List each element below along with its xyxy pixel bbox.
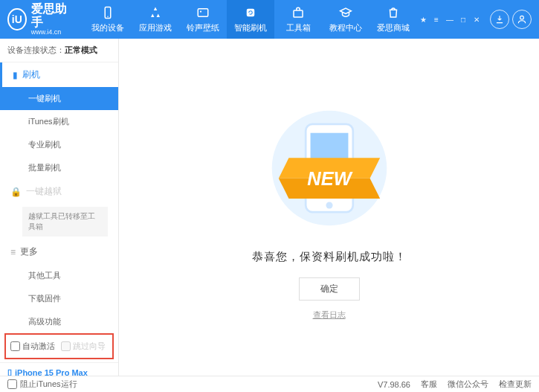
success-message: 恭喜您，保资料刷机成功啦！ bbox=[252, 250, 407, 264]
lock-icon: 🔒 bbox=[10, 187, 22, 197]
svg-rect-5 bbox=[294, 10, 303, 17]
image-icon bbox=[196, 5, 210, 20]
nav-ringtone[interactable]: 铃声壁纸 bbox=[179, 0, 227, 39]
nav-toolbox[interactable]: 工具箱 bbox=[274, 0, 322, 39]
titlebar: iU 爱思助手 www.i4.cn 我的设备 应用游戏 铃声壁纸 智能刷机 工具… bbox=[0, 0, 539, 39]
toolbox-icon bbox=[291, 5, 306, 20]
app-url: www.i4.cn bbox=[31, 29, 71, 36]
sidebar-group-flash[interactable]: ▮ 刷机 bbox=[0, 62, 118, 87]
menu-icon[interactable]: ★ bbox=[417, 14, 429, 25]
sidebar-item-itunes-flash[interactable]: iTunes刷机 bbox=[0, 110, 118, 133]
nav-mall[interactable]: 爱思商城 bbox=[369, 0, 417, 39]
view-log-link[interactable]: 查看日志 bbox=[313, 309, 346, 321]
settings-icon[interactable]: ≡ bbox=[430, 14, 442, 25]
options-highlighted-box: 自动激活 跳过向导 bbox=[4, 333, 114, 359]
sidebar-item-oneclick-flash[interactable]: 一键刷机 bbox=[0, 87, 118, 110]
sidebar: 设备连接状态：正常模式 ▮ 刷机 一键刷机 iTunes刷机 专业刷机 批量刷机… bbox=[0, 39, 119, 376]
checkbox-skip-guide[interactable]: 跳过向导 bbox=[61, 341, 106, 352]
download-button[interactable] bbox=[490, 10, 509, 29]
check-update-link[interactable]: 检查更新 bbox=[499, 379, 532, 390]
sidebar-item-advanced[interactable]: 高级功能 bbox=[0, 310, 118, 333]
nav-tutorial[interactable]: 教程中心 bbox=[322, 0, 369, 39]
sidebar-item-batch-flash[interactable]: 批量刷机 bbox=[0, 156, 118, 179]
logo-icon: iU bbox=[7, 8, 27, 30]
app-name: 爱思助手 bbox=[31, 2, 71, 28]
sidebar-item-pro-flash[interactable]: 专业刷机 bbox=[0, 133, 118, 156]
user-button[interactable] bbox=[512, 10, 532, 29]
sidebar-group-jailbreak[interactable]: 🔒 一键越狱 bbox=[0, 179, 118, 204]
sidebar-item-download-firmware[interactable]: 下载固件 bbox=[0, 287, 118, 310]
phone-icon: ▮ bbox=[13, 70, 18, 80]
nav-device[interactable]: 我的设备 bbox=[84, 0, 132, 39]
success-illustration: NEW bbox=[255, 94, 404, 242]
sidebar-item-other-tools[interactable]: 其他工具 bbox=[0, 264, 118, 287]
close-icon[interactable]: ✕ bbox=[471, 14, 482, 25]
svg-point-1 bbox=[107, 16, 109, 18]
checkbox-block-itunes[interactable]: 阻止iTunes运行 bbox=[7, 379, 77, 390]
main-content: NEW 恭喜您，保资料刷机成功啦！ 确定 查看日志 bbox=[119, 39, 539, 376]
ok-button[interactable]: 确定 bbox=[299, 277, 360, 301]
graduation-icon bbox=[338, 5, 353, 20]
refresh-icon bbox=[243, 5, 258, 20]
apps-icon bbox=[148, 5, 163, 20]
app-logo: iU 爱思助手 www.i4.cn bbox=[7, 2, 71, 36]
version-label: V7.98.66 bbox=[378, 380, 410, 389]
main-nav: 我的设备 应用游戏 铃声壁纸 智能刷机 工具箱 教程中心 爱思商城 bbox=[84, 0, 417, 39]
window-controls: ★ ≡ — □ ✕ bbox=[417, 14, 482, 25]
jailbreak-moved-info: 越狱工具已转移至工具箱 bbox=[22, 207, 108, 237]
connection-status: 设备连接状态：正常模式 bbox=[0, 39, 118, 62]
maximize-icon[interactable]: □ bbox=[457, 14, 469, 25]
checkbox-auto-activate[interactable]: 自动激活 bbox=[10, 341, 55, 352]
svg-point-10 bbox=[326, 202, 332, 208]
list-icon: ≡ bbox=[10, 247, 16, 257]
phone-icon bbox=[100, 5, 115, 20]
minimize-icon[interactable]: — bbox=[444, 14, 456, 25]
nav-flash[interactable]: 智能刷机 bbox=[227, 0, 274, 39]
svg-text:NEW: NEW bbox=[307, 168, 352, 189]
bag-icon bbox=[386, 5, 401, 20]
support-link[interactable]: 客服 bbox=[421, 379, 437, 390]
nav-apps[interactable]: 应用游戏 bbox=[132, 0, 179, 39]
device-info[interactable]: ▯iPhone 15 Pro Max 512GB iPhone bbox=[0, 362, 118, 376]
footer: 阻止iTunes运行 V7.98.66 客服 微信公众号 检查更新 bbox=[0, 376, 539, 392]
svg-rect-4 bbox=[247, 9, 255, 17]
svg-point-6 bbox=[520, 16, 524, 19]
phone-icon: ▯ bbox=[7, 367, 12, 376]
wechat-link[interactable]: 微信公众号 bbox=[448, 379, 488, 390]
sidebar-group-more[interactable]: ≡ 更多 bbox=[0, 240, 118, 264]
svg-rect-2 bbox=[198, 9, 208, 17]
svg-point-3 bbox=[200, 10, 201, 12]
